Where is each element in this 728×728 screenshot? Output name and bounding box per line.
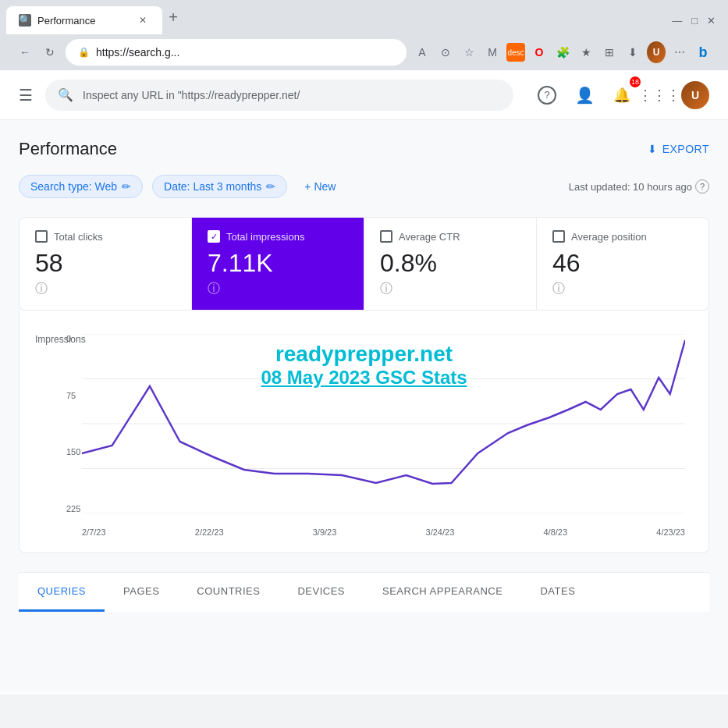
- extension-icon[interactable]: 🧩: [553, 43, 572, 62]
- export-button[interactable]: ⬇ EXPORT: [648, 143, 709, 155]
- total-impressions-value: 7.11K: [208, 249, 348, 278]
- bing-icon[interactable]: b: [694, 43, 712, 62]
- help-icon: ?: [538, 86, 556, 105]
- refresh-button[interactable]: ↻: [41, 43, 59, 62]
- average-position-checkbox[interactable]: [552, 230, 565, 243]
- address-bar: ← ↻ 🔒 https://search.g... A ⊙ ☆ M desc O…: [6, 34, 722, 70]
- collection-icon[interactable]: ⊞: [600, 43, 619, 62]
- metric-average-ctr[interactable]: Average CTR 0.8% ⓘ: [364, 218, 537, 310]
- screenshot-icon[interactable]: ⊙: [436, 43, 455, 62]
- average-position-value: 46: [552, 249, 693, 278]
- tab-countries[interactable]: COUNTRIES: [178, 573, 279, 612]
- apps-icon: ⋮⋮⋮: [638, 87, 680, 104]
- star-icon[interactable]: ☆: [460, 43, 478, 62]
- y-tick-150: 150: [66, 447, 80, 456]
- last-updated: Last updated: 10 hours ago ?: [569, 179, 709, 194]
- header-actions: ? 👤 🔔 18 ⋮⋮⋮ U: [531, 80, 709, 111]
- tab-devices[interactable]: DEVICES: [279, 573, 364, 612]
- export-label: EXPORT: [662, 143, 709, 155]
- browser-chrome: 🔍 Performance ✕ + — □ ✕ ← ↻ 🔒 https://se…: [0, 0, 728, 70]
- y-tick-225: 225: [66, 504, 80, 513]
- notification-badge: 18: [630, 76, 641, 87]
- average-ctr-value: 0.8%: [380, 249, 520, 278]
- edit-date-icon: ✏: [266, 180, 275, 193]
- metro-icon[interactable]: M: [483, 43, 502, 62]
- url-bar[interactable]: 🔒 https://search.g...: [66, 39, 407, 66]
- page-title: Performance: [19, 139, 117, 159]
- search-icon: 🔍: [58, 87, 73, 102]
- y-tick-0: 0: [66, 334, 80, 343]
- tab-favicon-icon: 🔍: [19, 14, 31, 27]
- account-icon: 👤: [575, 86, 595, 105]
- search-type-filter[interactable]: Search type: Web ✏: [19, 175, 143, 198]
- url-text: https://search.g...: [96, 46, 394, 59]
- average-ctr-checkbox[interactable]: [380, 230, 392, 243]
- total-impressions-checkbox[interactable]: ✓: [208, 230, 220, 243]
- impressions-line: [82, 340, 685, 484]
- x-tick-5: 4/8/23: [543, 527, 567, 537]
- total-clicks-help-icon[interactable]: ⓘ: [35, 281, 176, 297]
- user-avatar[interactable]: U: [681, 81, 709, 109]
- total-clicks-label: Total clicks: [54, 231, 103, 243]
- date-label: Date: Last 3 months: [164, 180, 261, 193]
- filters-bar: Search type: Web ✏ Date: Last 3 months ✏…: [19, 175, 709, 198]
- x-tick-4: 3/24/23: [426, 527, 455, 537]
- account-button[interactable]: 👤: [569, 80, 600, 111]
- x-tick-6: 4/23/23: [656, 527, 685, 537]
- bottom-tabs: QUERIES PAGES COUNTRIES DEVICES SEARCH A…: [19, 572, 709, 612]
- metric-total-impressions[interactable]: ✓ Total impressions 7.11K ⓘ: [192, 218, 364, 310]
- total-impressions-label: Total impressions: [226, 231, 304, 243]
- window-controls: — □ ✕: [666, 6, 722, 34]
- translate-icon[interactable]: A: [413, 43, 431, 62]
- x-tick-3: 3/9/23: [313, 527, 337, 537]
- search-type-label: Search type: Web: [30, 180, 117, 193]
- maximize-button[interactable]: □: [691, 15, 698, 27]
- new-filter-label: + New: [304, 180, 336, 193]
- tab-close-button[interactable]: ✕: [136, 13, 150, 27]
- total-clicks-checkbox[interactable]: [35, 230, 48, 243]
- apps-button[interactable]: ⋮⋮⋮: [644, 80, 675, 111]
- page-content: Performance ⬇ EXPORT Search type: Web ✏ …: [0, 120, 728, 692]
- y-tick-75: 75: [66, 391, 80, 400]
- close-button[interactable]: ✕: [707, 15, 716, 27]
- search-placeholder: Inspect any URL in "https://readyprepper…: [83, 89, 300, 101]
- profile-icon[interactable]: U: [647, 43, 666, 62]
- more-icon[interactable]: ⋯: [670, 43, 689, 62]
- tab-dates[interactable]: DATES: [521, 573, 594, 612]
- average-position-help-icon[interactable]: ⓘ: [552, 281, 693, 297]
- url-search-bar[interactable]: 🔍 Inspect any URL in "https://readyprepp…: [45, 80, 513, 111]
- hamburger-menu[interactable]: ☰: [19, 86, 33, 105]
- chart-area: Impressions 225 150 75 0: [35, 334, 693, 537]
- metric-average-position[interactable]: Average position 46 ⓘ: [537, 218, 708, 310]
- last-updated-help-icon[interactable]: ?: [695, 179, 709, 194]
- help-button[interactable]: ?: [531, 80, 563, 111]
- new-tab-button[interactable]: +: [162, 6, 184, 28]
- average-ctr-help-icon[interactable]: ⓘ: [380, 281, 520, 297]
- gsc-header: ☰ 🔍 Inspect any URL in "https://readypre…: [0, 70, 728, 120]
- back-button[interactable]: ←: [16, 43, 34, 62]
- tab-queries[interactable]: QUERIES: [19, 573, 105, 612]
- line-chart-svg: [82, 334, 685, 513]
- date-filter[interactable]: Date: Last 3 months ✏: [152, 175, 287, 198]
- metric-total-clicks[interactable]: Total clicks 58 ⓘ: [20, 218, 192, 310]
- tab-search-appearance[interactable]: SEARCH APPEARANCE: [364, 573, 521, 612]
- desc-icon[interactable]: desc: [506, 43, 525, 62]
- total-clicks-value: 58: [35, 249, 176, 278]
- active-tab[interactable]: 🔍 Performance ✕: [6, 6, 162, 34]
- notification-button[interactable]: 🔔 18: [606, 80, 637, 111]
- tab-title: Performance: [37, 15, 130, 27]
- minimize-button[interactable]: —: [672, 15, 682, 27]
- bookmark-icon[interactable]: ★: [577, 43, 595, 62]
- download-icon[interactable]: ⬇: [623, 43, 642, 62]
- opera-icon[interactable]: O: [530, 43, 549, 62]
- x-axis: 2/7/23 2/22/23 3/9/23 3/24/23 4/8/23 4/2…: [82, 527, 685, 537]
- page-header: Performance ⬇ EXPORT: [19, 139, 709, 159]
- tab-pages[interactable]: PAGES: [105, 573, 178, 612]
- metrics-row: Total clicks 58 ⓘ ✓ Total impressions 7.…: [19, 217, 709, 311]
- total-impressions-help-icon[interactable]: ⓘ: [208, 281, 348, 297]
- export-icon: ⬇: [648, 143, 658, 155]
- y-axis: 225 150 75 0: [66, 334, 80, 513]
- gsc-app: ☰ 🔍 Inspect any URL in "https://readypre…: [0, 70, 728, 694]
- average-ctr-label: Average CTR: [399, 231, 460, 243]
- new-filter-button[interactable]: + New: [297, 176, 343, 197]
